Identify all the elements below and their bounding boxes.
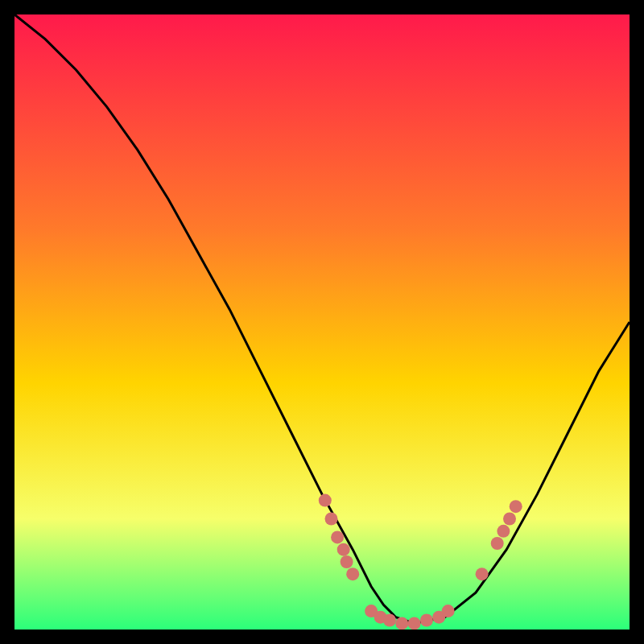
data-point <box>491 537 504 550</box>
data-point <box>408 617 421 630</box>
data-point <box>341 555 353 568</box>
data-point <box>503 513 516 526</box>
data-point <box>395 617 408 630</box>
data-point <box>325 513 338 526</box>
data-point <box>337 543 350 556</box>
data-point <box>346 568 359 580</box>
data-point <box>510 500 522 513</box>
chart-frame: TheBottleneck.com <box>14 14 630 630</box>
data-point <box>331 530 344 543</box>
data-point <box>476 568 489 580</box>
data-point <box>497 525 510 538</box>
data-point <box>442 605 455 617</box>
data-point <box>319 494 332 507</box>
data-point <box>420 614 433 627</box>
bottleneck-chart <box>14 14 630 630</box>
data-point <box>383 614 396 627</box>
